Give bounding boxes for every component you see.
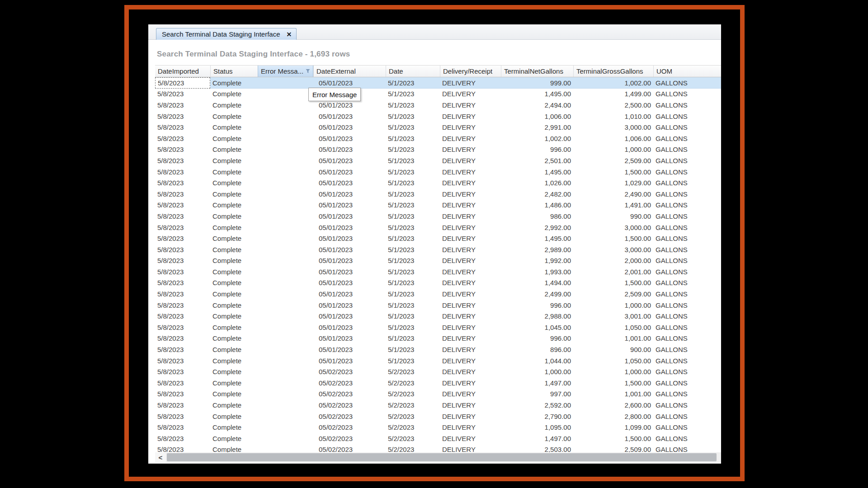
table-cell-dateImported[interactable]: 5/8/2023 [155,133,210,144]
table-cell-terminalNetGallons[interactable]: 1,495.00 [501,233,573,244]
table-cell-terminalGrossGallons[interactable]: 1,000.00 [573,366,653,377]
table-cell-deliveryReceipt[interactable]: DELIVERY [440,166,501,178]
table-row[interactable]: 5/8/2023Complete05/01/20235/1/2023DELIVE… [155,211,721,222]
table-cell-terminalGrossGallons[interactable]: 2,800.00 [573,411,653,422]
table-cell-date[interactable]: 5/2/2023 [386,444,440,452]
table-cell-terminalNetGallons[interactable]: 1,026.00 [501,177,573,188]
table-cell-status[interactable]: Complete [210,444,258,452]
table-cell-terminalGrossGallons[interactable]: 1,099.00 [573,422,653,433]
table-cell-deliveryReceipt[interactable]: DELIVERY [440,399,501,411]
table-cell-terminalNetGallons[interactable]: 896.00 [501,344,573,355]
table-cell-deliveryReceipt[interactable]: DELIVERY [440,177,501,188]
table-cell-errorMessage[interactable] [258,322,313,333]
table-cell-dateImported[interactable]: 5/8/2023 [155,344,210,355]
table-cell-status[interactable]: Complete [210,266,258,277]
table-cell-uom[interactable]: GALLONS [653,366,721,377]
table-cell-uom[interactable]: GALLONS [653,255,721,267]
table-row[interactable]: 5/8/2023Complete05/01/20235/1/2023DELIVE… [155,310,721,322]
table-cell-dateExternal[interactable]: 05/01/2023 [313,133,386,144]
close-icon[interactable]: ✕ [287,31,292,38]
table-cell-status[interactable]: Complete [210,411,258,422]
table-cell-date[interactable]: 5/1/2023 [386,288,440,300]
table-cell-dateImported[interactable]: 5/8/2023 [155,122,210,133]
table-cell-status[interactable]: Complete [210,355,258,366]
table-cell-dateImported[interactable]: 5/8/2023 [155,200,210,211]
table-cell-uom[interactable]: GALLONS [653,244,721,255]
table-cell-terminalNetGallons[interactable]: 2,992.00 [501,222,573,233]
table-cell-errorMessage[interactable] [258,188,313,200]
table-cell-deliveryReceipt[interactable]: DELIVERY [440,411,501,422]
table-cell-dateImported[interactable]: 5/8/2023 [155,411,210,422]
table-cell-errorMessage[interactable] [258,377,313,389]
table-cell-errorMessage[interactable] [258,89,313,100]
table-cell-uom[interactable]: GALLONS [653,99,721,111]
table-cell-uom[interactable]: GALLONS [653,399,721,411]
table-row[interactable]: 5/8/2023Complete05/01/20235/1/2023DELIVE… [155,355,721,366]
table-cell-dateExternal[interactable]: 05/01/2023 [313,177,386,188]
table-cell-uom[interactable]: GALLONS [653,300,721,311]
table-cell-dateExternal[interactable]: 05/01/2023 [313,266,386,277]
table-cell-date[interactable]: 5/1/2023 [386,333,440,344]
table-cell-status[interactable]: Complete [210,255,258,267]
table-cell-terminalNetGallons[interactable]: 1,494.00 [501,277,573,289]
table-row[interactable]: 5/8/2023Complete05/02/20235/2/2023DELIVE… [155,444,721,452]
table-cell-status[interactable]: Complete [210,244,258,255]
table-cell-date[interactable]: 5/1/2023 [386,99,440,111]
table-cell-terminalGrossGallons[interactable]: 900.00 [573,344,653,355]
table-row[interactable]: 5/8/2023Complete05/01/20235/1/2023DELIVE… [155,300,721,311]
table-cell-status[interactable]: Complete [210,77,258,89]
table-cell-status[interactable]: Complete [210,233,258,244]
table-cell-date[interactable]: 5/1/2023 [386,222,440,233]
table-cell-dateExternal[interactable]: 05/02/2023 [313,389,386,400]
table-cell-uom[interactable]: GALLONS [653,155,721,166]
table-cell-status[interactable]: Complete [210,399,258,411]
table-cell-dateImported[interactable]: 5/8/2023 [155,188,210,200]
table-cell-uom[interactable]: GALLONS [653,222,721,233]
table-cell-deliveryReceipt[interactable]: DELIVERY [440,122,501,133]
table-row[interactable]: 5/8/2023Complete05/01/20235/1/2023DELIVE… [155,77,721,89]
table-cell-dateExternal[interactable]: 05/01/2023 [313,166,386,178]
table-cell-terminalGrossGallons[interactable]: 1,001.00 [573,333,653,344]
table-cell-date[interactable]: 5/1/2023 [386,177,440,188]
table-cell-errorMessage[interactable] [258,344,313,355]
table-row[interactable]: 5/8/2023Complete05/01/20235/1/2023DELIVE… [155,222,721,233]
table-cell-uom[interactable]: GALLONS [653,111,721,122]
table-cell-dateImported[interactable]: 5/8/2023 [155,399,210,411]
table-cell-deliveryReceipt[interactable]: DELIVERY [440,211,501,222]
table-cell-uom[interactable]: GALLONS [653,133,721,144]
table-row[interactable]: 5/8/2023Complete05/01/20235/1/2023DELIVE… [155,344,721,355]
table-cell-dateExternal[interactable]: 05/01/2023 [313,244,386,255]
table-cell-deliveryReceipt[interactable]: DELIVERY [440,111,501,122]
table-cell-terminalNetGallons[interactable]: 1,006.00 [501,111,573,122]
column-header-errorMessage[interactable]: Error Messa... [258,66,313,77]
table-cell-terminalNetGallons[interactable]: 2,482.00 [501,188,573,200]
table-row[interactable]: 5/8/2023Complete05/02/20235/2/2023DELIVE… [155,389,721,400]
table-cell-errorMessage[interactable] [258,310,313,322]
table-cell-date[interactable]: 5/1/2023 [386,122,440,133]
table-cell-date[interactable]: 5/1/2023 [386,77,440,89]
table-cell-uom[interactable]: GALLONS [653,389,721,400]
table-cell-errorMessage[interactable] [258,422,313,433]
table-cell-dateImported[interactable]: 5/8/2023 [155,377,210,389]
table-row[interactable]: 5/8/2023Complete05/01/20235/1/2023DELIVE… [155,166,721,178]
table-cell-terminalNetGallons[interactable]: 2,499.00 [501,288,573,300]
table-cell-date[interactable]: 5/2/2023 [386,422,440,433]
table-cell-terminalGrossGallons[interactable]: 2,600.00 [573,399,653,411]
table-cell-deliveryReceipt[interactable]: DELIVERY [440,288,501,300]
table-cell-uom[interactable]: GALLONS [653,377,721,389]
table-row[interactable]: 5/8/2023Complete05/01/20235/1/2023DELIVE… [155,333,721,344]
table-row[interactable]: 5/8/2023Complete05/01/20235/1/2023DELIVE… [155,89,721,100]
table-cell-deliveryReceipt[interactable]: DELIVERY [440,200,501,211]
table-cell-status[interactable]: Complete [210,111,258,122]
table-row[interactable]: 5/8/2023Complete05/01/20235/1/2023DELIVE… [155,155,721,166]
table-cell-date[interactable]: 5/1/2023 [386,200,440,211]
table-cell-dateImported[interactable]: 5/8/2023 [155,77,210,89]
table-cell-dateExternal[interactable]: 05/01/2023 [313,144,386,155]
table-row[interactable]: 5/8/2023Complete05/01/20235/1/2023DELIVE… [155,244,721,255]
table-cell-date[interactable]: 5/1/2023 [386,155,440,166]
table-cell-uom[interactable]: GALLONS [653,411,721,422]
table-cell-dateExternal[interactable]: 05/01/2023 [313,111,386,122]
table-cell-date[interactable]: 5/1/2023 [386,144,440,155]
table-cell-uom[interactable]: GALLONS [653,322,721,333]
table-cell-dateExternal[interactable]: 05/01/2023 [313,310,386,322]
